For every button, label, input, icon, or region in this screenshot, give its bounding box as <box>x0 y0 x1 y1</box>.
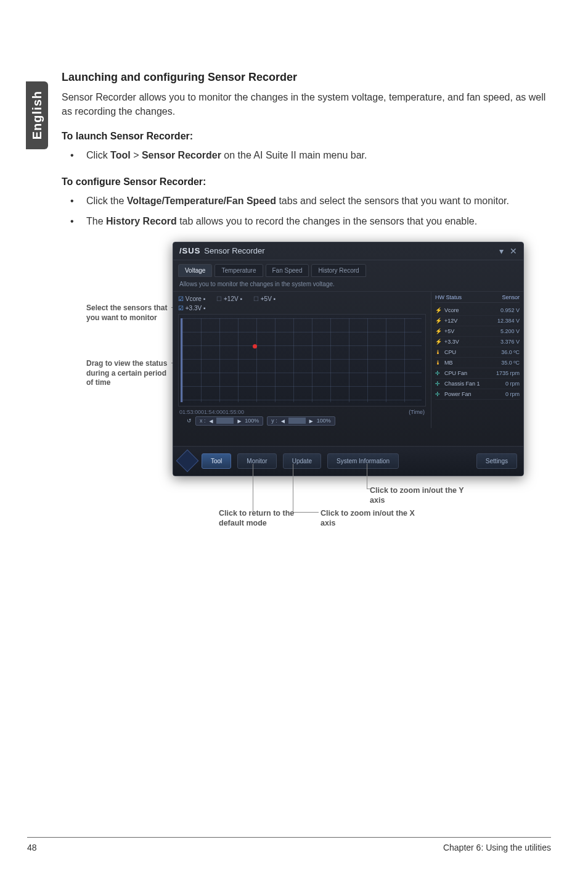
tabs-row: Voltage Temperature Fan Speed History Re… <box>173 260 523 277</box>
graph-marker <box>253 344 257 349</box>
zoom-y-level <box>288 418 306 424</box>
status-row: 🌡MB35.0 ºC <box>435 358 520 368</box>
tab-fan-speed[interactable]: Fan Speed <box>266 264 309 277</box>
zoom-x-out-icon[interactable]: ◄ <box>208 418 214 424</box>
tab-voltage[interactable]: Voltage <box>178 264 212 277</box>
tab-temperature[interactable]: Temperature <box>214 264 263 277</box>
zoom-x-label: x : <box>200 418 206 424</box>
status-row: ⚡+12V12.384 V <box>435 316 520 326</box>
status-value: 0 rpm <box>505 381 520 387</box>
time-tick: 01:53:00 <box>179 409 201 415</box>
fan-icon: ✢ <box>435 381 443 387</box>
language-label: English <box>30 91 44 139</box>
status-value: 0 rpm <box>505 391 520 397</box>
close-icon[interactable]: ✕ <box>510 246 517 256</box>
tool-button[interactable]: Tool <box>202 453 231 469</box>
status-name: +12V <box>443 318 497 324</box>
sensor-recorder-bold: Sensor Recorder <box>142 150 221 160</box>
chart-area: Vcore ▪ +12V ▪ +5V ▪ +3.3V ▪ 01:53:00 01… <box>173 292 431 428</box>
status-value: 0.952 V <box>500 307 520 313</box>
window-title: Sensor Recorder <box>204 246 264 255</box>
check-vcore[interactable]: Vcore ▪ <box>178 295 205 302</box>
zoom-x-control[interactable]: x : ◄ ► 100% <box>195 416 263 426</box>
status-name: Power Fan <box>443 391 505 397</box>
launch-item: Click Tool > Sensor Recorder on the AI S… <box>62 148 549 162</box>
volt-icon: ⚡ <box>435 318 443 324</box>
temp-icon: 🌡 <box>435 349 443 355</box>
configure-heading: To configure Sensor Recorder: <box>62 176 549 188</box>
minimize-icon[interactable]: ▾ <box>499 246 504 256</box>
language-tab: English <box>26 81 48 149</box>
zoom-y-label: y : <box>271 418 277 424</box>
text: > <box>131 150 142 160</box>
status-row: ⚡Vcore0.952 V <box>435 305 520 316</box>
status-name: +3.3V <box>443 339 500 345</box>
launch-heading: To launch Sensor Recorder: <box>62 131 549 142</box>
tool-bold: Tool <box>110 150 131 160</box>
system-info-button[interactable]: System Information <box>327 453 399 469</box>
brand-logo: /SUS <box>179 246 200 255</box>
callout-default: Click to return to the default mode <box>219 508 311 529</box>
chapter-label: Chapter 6: Using the utilities <box>443 843 551 852</box>
text: The <box>86 216 106 226</box>
text: Click <box>86 150 110 160</box>
status-row: ⚡+5V5.200 V <box>435 326 520 337</box>
status-row: ✢Power Fan0 rpm <box>435 389 520 400</box>
configure-list: Click the Voltage/Temperature/Fan Speed … <box>62 194 549 228</box>
history-record-bold: History Record <box>106 216 177 226</box>
check-12v[interactable]: +12V ▪ <box>216 295 242 302</box>
time-axis: 01:53:00 01:54:00 01:55:00 (Time) <box>178 409 426 416</box>
status-value: 5.200 V <box>500 328 520 334</box>
tabs-bold: Voltage/Temperature/Fan Speed <box>127 196 276 206</box>
status-row: ⚡+3.3V3.376 V <box>435 337 520 347</box>
intro-paragraph: Sensor Recorder allows you to monitor th… <box>62 90 549 118</box>
status-value: 1735 rpm <box>496 370 520 376</box>
temp-icon: 🌡 <box>435 360 443 366</box>
text: tab allows you to record the changes in … <box>177 216 477 226</box>
status-row: ✢CPU Fan1735 rpm <box>435 368 520 379</box>
tab-history-record[interactable]: History Record <box>311 264 365 277</box>
status-value: 3.376 V <box>500 339 520 345</box>
time-label: (Time) <box>409 409 425 415</box>
zoom-y-value: 100% <box>317 418 331 424</box>
page-number: 48 <box>27 843 37 852</box>
text: on the AI Suite II main menu bar. <box>221 150 367 160</box>
window-controls: ▾ ✕ <box>499 246 517 256</box>
callout-line <box>367 464 367 489</box>
zoom-y-out-icon[interactable]: ◄ <box>280 418 286 424</box>
sensor-checkboxes: Vcore ▪ +12V ▪ +5V ▪ <box>178 295 426 302</box>
update-button[interactable]: Update <box>283 453 321 469</box>
volt-icon: ⚡ <box>435 307 443 313</box>
screenshot-figure: Select the sensors that you want to moni… <box>62 242 549 563</box>
status-value: 35.0 ºC <box>501 360 520 366</box>
check-3v[interactable]: +3.3V ▪ <box>178 305 206 311</box>
reset-zoom-icon[interactable]: ↺ <box>187 418 192 424</box>
graph-slider[interactable] <box>181 318 182 402</box>
text: Click the <box>86 196 127 206</box>
text: tabs and select the sensors that you wan… <box>276 196 509 206</box>
zoom-x-value: 100% <box>245 418 259 424</box>
settings-button[interactable]: Settings <box>476 453 517 469</box>
time-tick: 01:55:00 <box>223 409 244 415</box>
callout-zoom-x: Click to zoom in/out the X axis <box>321 508 431 529</box>
time-tick: 01:54:00 <box>201 409 223 415</box>
status-name: MB <box>443 360 501 366</box>
bottom-bar: Tool Monitor Update System Information S… <box>173 446 523 476</box>
volt-icon: ⚡ <box>435 328 443 334</box>
monitor-button[interactable]: Monitor <box>237 453 276 469</box>
launch-list: Click Tool > Sensor Recorder on the AI S… <box>62 148 549 162</box>
status-header: HW Status Sensor <box>435 294 520 303</box>
check-5v[interactable]: +5V ▪ <box>253 295 276 302</box>
status-header-right: Sensor <box>502 294 520 300</box>
fan-icon: ✢ <box>435 370 443 376</box>
status-header-left: HW Status <box>435 294 462 300</box>
zoom-y-control[interactable]: y : ◄ ► 100% <box>267 416 335 426</box>
voltage-graph[interactable] <box>178 314 426 406</box>
zoom-controls: ↺ x : ◄ ► 100% y : ◄ ► <box>178 416 426 426</box>
zoom-x-in-icon[interactable]: ► <box>236 418 242 424</box>
status-panel: HW Status Sensor ⚡Vcore0.952 V ⚡+12V12.3… <box>431 292 523 428</box>
volt-icon: ⚡ <box>435 339 443 345</box>
zoom-y-in-icon[interactable]: ► <box>308 418 314 424</box>
status-name: +5V <box>443 328 500 334</box>
callout-line <box>293 464 293 512</box>
